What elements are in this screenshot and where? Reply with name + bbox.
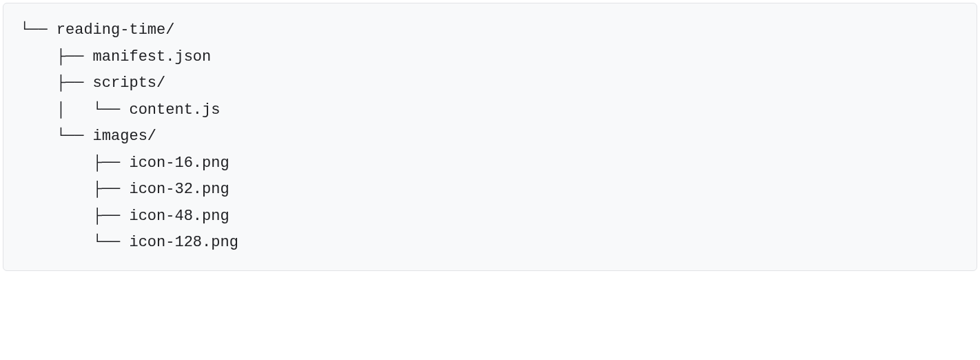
tree-line-icon-48: ├── icon-48.png [20, 203, 960, 230]
tree-line-icon-16: ├── icon-16.png [20, 150, 960, 177]
tree-line-images-dir: └── images/ [20, 123, 960, 150]
tree-line-icon-32: ├── icon-32.png [20, 177, 960, 203]
file-tree-code-block: └── reading-time/ ├── manifest.json ├── … [3, 3, 977, 271]
tree-line-scripts-dir: ├── scripts/ [20, 70, 960, 97]
tree-line-root: └── reading-time/ [20, 17, 960, 44]
tree-line-icon-128: └── icon-128.png [20, 230, 960, 257]
tree-line-manifest: ├── manifest.json [20, 44, 960, 71]
tree-line-content-js: │ └── content.js [20, 97, 960, 124]
